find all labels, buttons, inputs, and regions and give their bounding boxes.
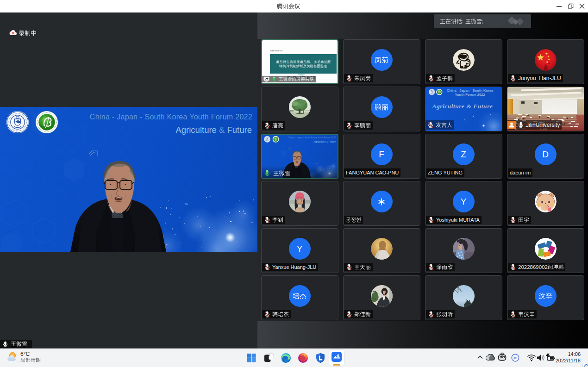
svg-text:iRJ: iRJ <box>513 357 517 360</box>
